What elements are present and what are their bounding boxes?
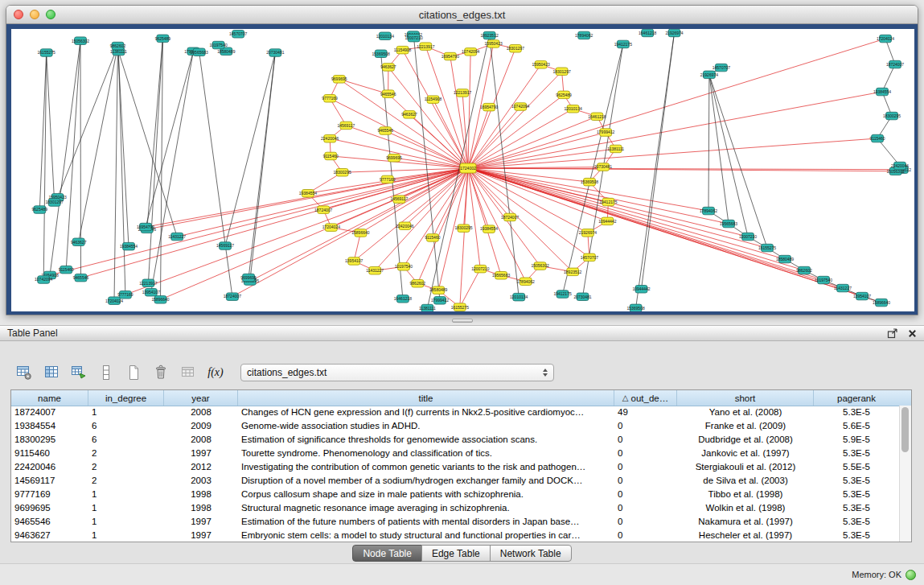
network-node[interactable]: 11381111 <box>419 304 436 311</box>
network-node[interactable]: 14570707 <box>581 253 598 262</box>
network-node[interactable]: 9777169 <box>117 291 133 299</box>
network-node[interactable]: 9465546 <box>377 127 393 135</box>
network-node[interactable]: 10197540 <box>395 263 413 271</box>
network-node[interactable]: 11381111 <box>607 145 624 153</box>
network-node[interactable]: 19412175 <box>614 40 632 48</box>
network-node[interactable]: 18724007 <box>224 293 241 301</box>
network-node[interactable]: 16155275 <box>38 49 55 57</box>
table-row[interactable]: 1456911722003Disruption of a novel membe… <box>11 474 899 488</box>
network-node[interactable]: 20730481 <box>594 163 612 171</box>
network-node[interactable]: 15896640 <box>873 299 890 307</box>
network-node[interactable]: 15896640 <box>351 229 369 237</box>
network-node[interactable]: 11431227 <box>168 233 186 241</box>
network-node[interactable]: 12213917 <box>454 89 471 97</box>
network-node[interactable]: 9463627 <box>380 64 396 72</box>
network-node[interactable]: 1724002 <box>460 163 476 173</box>
network-node[interactable]: 11154908 <box>425 96 442 103</box>
network-graph-canvas[interactable]: 1872400719384554183002959115460224200461… <box>11 29 914 311</box>
network-node[interactable]: 18923512 <box>564 268 581 276</box>
network-node[interactable]: 19412175 <box>599 198 617 206</box>
memory-status-icon[interactable] <box>906 570 916 580</box>
network-node[interactable]: 19412175 <box>553 290 571 299</box>
tab-edge-table[interactable]: Edge Table <box>421 545 491 562</box>
network-node[interactable]: 15950423 <box>532 61 549 69</box>
network-node[interactable]: 14570707 <box>229 31 247 39</box>
network-node[interactable]: 17894062 <box>517 278 535 286</box>
network-node[interactable]: 19565683 <box>191 48 208 56</box>
table-row[interactable]: 1938455462009Genome-wide association stu… <box>11 419 899 433</box>
network-node[interactable]: 11431227 <box>366 267 384 275</box>
network-node[interactable]: 17204024 <box>322 224 340 232</box>
network-node[interactable]: 10742094 <box>35 276 52 284</box>
network-node[interactable]: 18301297 <box>552 68 570 76</box>
float-panel-icon[interactable] <box>887 328 898 339</box>
zoom-button[interactable] <box>46 10 55 19</box>
table-row[interactable]: 1872400712008Changes of HCN gene express… <box>11 406 899 419</box>
network-node[interactable]: 18300295 <box>883 112 901 120</box>
network-node[interactable]: 18724007 <box>886 60 904 68</box>
table-row[interactable]: 2242004622012Investigating the contribut… <box>11 460 899 474</box>
network-node[interactable]: 17999412 <box>431 297 449 305</box>
table-export-icon[interactable] <box>67 361 91 384</box>
network-node[interactable]: 9699695 <box>240 274 257 282</box>
column-header-title[interactable]: title <box>238 390 614 406</box>
column-header-in-degree[interactable]: in_degree <box>88 390 164 406</box>
table-row[interactable]: 911546021997Tourette syndrome. Phenomeno… <box>11 447 899 460</box>
table-row[interactable]: 946362711997Embryonic stem cells: a mode… <box>11 529 899 542</box>
network-node[interactable]: 9625489 <box>155 35 171 43</box>
new-document-icon[interactable] <box>121 361 146 384</box>
splitter-grip-icon[interactable] <box>452 319 473 323</box>
network-node[interactable]: 9625489 <box>32 206 48 213</box>
network-node[interactable]: 16461218 <box>639 29 656 37</box>
network-node[interactable]: 9465546 <box>380 90 396 98</box>
table-row[interactable]: 969969511998Structural magnetic resonanc… <box>11 501 899 515</box>
network-node[interactable]: 20730481 <box>573 293 591 301</box>
network-node[interactable]: 17894062 <box>700 207 717 215</box>
network-node[interactable]: 14570707 <box>713 64 730 72</box>
network-node[interactable]: 19384554 <box>480 225 498 233</box>
network-node[interactable]: 16461218 <box>394 295 412 303</box>
network-window-titlebar[interactable]: citations_edges.txt <box>6 6 918 24</box>
network-node[interactable]: 15056302 <box>531 262 548 270</box>
network-node[interactable]: 9862602 <box>410 280 426 288</box>
network-node[interactable]: 15950423 <box>484 40 502 48</box>
network-node[interactable]: 14569117 <box>337 122 355 130</box>
network-node[interactable]: 17999412 <box>597 129 614 137</box>
row-tools-icon[interactable] <box>94 361 118 384</box>
delete-rows-icon[interactable] <box>149 361 173 384</box>
network-node[interactable]: 10742094 <box>511 103 529 111</box>
network-node[interactable]: 16461218 <box>588 113 606 121</box>
table-scrollbar[interactable] <box>899 406 911 542</box>
network-node[interactable]: 10944442 <box>632 286 650 294</box>
network-node[interactable]: 9862602 <box>796 266 812 274</box>
network-node[interactable]: 18923512 <box>480 31 498 39</box>
network-node[interactable]: 13954107 <box>142 289 160 297</box>
table-row[interactable]: 1830029562008Estimation of significance … <box>11 433 899 447</box>
network-node[interactable]: 12010134 <box>376 32 394 40</box>
network-node[interactable]: 19384554 <box>873 88 891 96</box>
network-node[interactable]: 13954107 <box>853 292 871 300</box>
network-node[interactable]: 12007210 <box>471 265 489 273</box>
network-node[interactable]: 21926974 <box>665 29 683 37</box>
network-node[interactable]: 18580489 <box>429 286 447 295</box>
network-node[interactable]: 9777169 <box>322 95 338 103</box>
network-node[interactable]: 11154908 <box>394 46 412 54</box>
network-node[interactable]: 19565683 <box>720 220 737 228</box>
network-node[interactable]: 9115460 <box>59 266 74 274</box>
table-selector-dropdown[interactable]: citations_edges.txt <box>240 364 554 381</box>
network-node[interactable]: 20730481 <box>266 49 284 57</box>
network-node[interactable]: 18580489 <box>776 255 794 263</box>
network-node[interactable]: 21926974 <box>700 71 718 79</box>
table-options-icon[interactable] <box>12 361 36 384</box>
network-node[interactable]: 16155275 <box>451 303 469 311</box>
network-node[interactable]: 18724007 <box>501 213 519 221</box>
column-header-name[interactable]: name <box>11 390 88 406</box>
column-header-pagerank[interactable]: pagerank <box>814 390 899 406</box>
function-builder-button[interactable]: f(x) <box>203 361 228 384</box>
network-node[interactable]: 10944442 <box>598 217 616 225</box>
network-node[interactable]: 16954790 <box>441 52 459 60</box>
network-node[interactable]: 18301297 <box>507 45 524 53</box>
network-node[interactable]: 22420046 <box>321 135 339 143</box>
network-node[interactable]: 18300295 <box>454 225 472 233</box>
table-row[interactable]: 946554611997Estimation of the future num… <box>11 515 899 529</box>
